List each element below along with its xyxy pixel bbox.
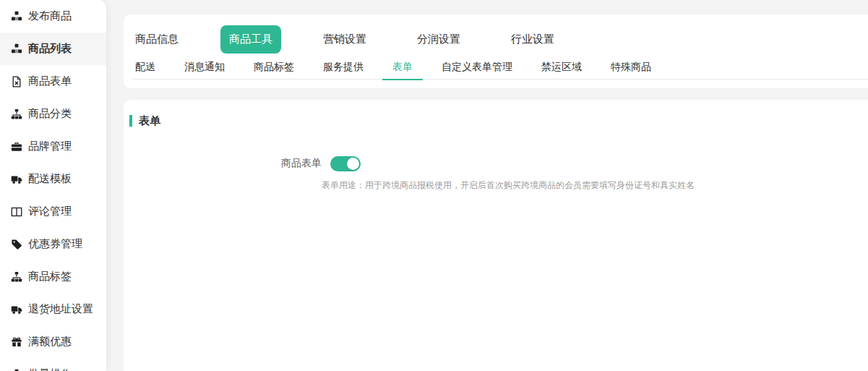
sitemap-icon [11, 108, 22, 120]
content-panel: 表单 商品表单 表单用途：用于跨境商品报税使用，开启后首次购买跨境商品的会员需要… [124, 100, 868, 371]
subtab-message-notification[interactable]: 消息通知 [170, 55, 239, 80]
form-help-text: 表单用途：用于跨境商品报税使用，开启后首次购买跨境商品的会员需要填写身份证号和真… [322, 179, 854, 192]
sidebar-item-review-management[interactable]: 评论管理 [0, 195, 106, 228]
sidebar-item-label: 评论管理 [28, 205, 72, 218]
sidebar-item-product-tags[interactable]: 商品标签 [0, 260, 106, 293]
file-x-icon [11, 76, 22, 88]
sidebar-item-product-category[interactable]: 商品分类 [0, 98, 106, 130]
sidebar-item-label: 配送模板 [28, 172, 72, 186]
sidebar-item-label: 商品分类 [28, 107, 72, 121]
sidebar-menu: 发布商品 商品列表 商品表单 商品分类 品牌管理 配送模板 评论管理 优惠券管理… [0, 0, 106, 371]
product-form-toggle[interactable] [330, 156, 361, 171]
sidebar-item-label: 优惠券管理 [28, 237, 82, 251]
subtab-product-tags[interactable]: 商品标签 [239, 55, 309, 80]
section-title: 表单 [139, 114, 160, 128]
sidebar-item-label: 商品标签 [28, 270, 72, 283]
section-accent-bar [129, 115, 132, 127]
gift-icon [11, 336, 22, 348]
sidebar-item-publish-product[interactable]: 发布商品 [0, 0, 106, 33]
sidebar-item-return-address-settings[interactable]: 退货地址设置 [0, 293, 106, 325]
truck-icon [11, 304, 22, 315]
sidebar-item-label: 满额优惠 [28, 335, 72, 349]
subtab-restricted-areas[interactable]: 禁运区域 [527, 55, 596, 80]
tab-profit-settings[interactable]: 分润设置 [417, 33, 460, 46]
sitemap-icon [11, 271, 22, 283]
tabs-panel: 商品信息 商品工具 营销设置 分润设置 行业设置 配送 消息通知 商品标签 服务… [124, 14, 868, 88]
subtab-shipping[interactable]: 配送 [135, 55, 170, 80]
sidebar-item-label: 批量操作 [28, 367, 72, 371]
sidebar-item-label: 退货地址设置 [28, 302, 93, 316]
sidebar-item-shipping-template[interactable]: 配送模板 [0, 163, 106, 195]
cubes-icon [11, 11, 22, 22]
sidebar-item-full-discount[interactable]: 满额优惠 [0, 325, 106, 358]
subtab-form[interactable]: 表单 [378, 55, 427, 80]
subtab-custom-form-management[interactable]: 自定义表单管理 [427, 55, 527, 80]
sidebar-item-coupon-management[interactable]: 优惠券管理 [0, 228, 106, 260]
toggle-knob-icon [347, 158, 359, 170]
tab-marketing-settings[interactable]: 营销设置 [323, 33, 366, 46]
sidebar-item-label: 发布商品 [28, 9, 72, 23]
sidebar-item-product-form[interactable]: 商品表单 [0, 65, 106, 98]
cubes-icon [11, 43, 22, 55]
sidebar-item-product-list[interactable]: 商品列表 [0, 33, 106, 65]
primary-tab-bar: 商品信息 商品工具 营销设置 分润设置 行业设置 [124, 23, 868, 55]
subtab-service-provision[interactable]: 服务提供 [309, 55, 378, 80]
tab-product-tools[interactable]: 商品工具 [220, 25, 281, 54]
sidebar: 发布商品 商品列表 商品表单 商品分类 品牌管理 配送模板 评论管理 优惠券管理… [0, 0, 106, 371]
sidebar-item-label: 品牌管理 [28, 140, 72, 153]
sidebar-item-label: 商品表单 [28, 74, 72, 88]
subtab-special-products[interactable]: 特殊商品 [596, 55, 666, 80]
section-header: 表单 [129, 114, 854, 127]
secondary-tab-bar: 配送 消息通知 商品标签 服务提供 表单 自定义表单管理 禁运区域 特殊商品 [132, 55, 868, 80]
sidebar-item-batch-operations[interactable]: 批量操作 [0, 358, 106, 371]
cubes-icon [11, 369, 22, 371]
product-form-label: 商品表单 [129, 157, 322, 170]
tab-industry-settings[interactable]: 行业设置 [511, 33, 554, 46]
sidebar-item-label: 商品列表 [28, 42, 72, 56]
sidebar-item-brand-management[interactable]: 品牌管理 [0, 130, 106, 163]
tab-product-info[interactable]: 商品信息 [135, 33, 179, 46]
columns-icon [11, 206, 22, 218]
truck-icon [11, 174, 22, 185]
briefcase-icon [11, 141, 22, 153]
tag-icon [11, 239, 22, 250]
form-row-product-form: 商品表单 [129, 155, 854, 172]
